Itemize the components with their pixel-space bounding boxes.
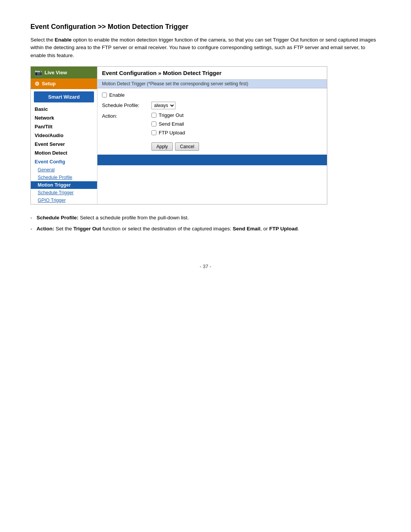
ftp-upload-row: FTP Upload: [151, 130, 322, 136]
enable-checkbox[interactable]: [102, 93, 107, 97]
enable-bold: Enable: [55, 37, 72, 43]
sidebar: 📷 Live View ⚙ Setup Smart Wizard Basic N…: [31, 67, 97, 204]
sidebar-item-event-server[interactable]: Event Server: [31, 140, 97, 149]
desc-trigger-out-bold: Trigger Out: [73, 226, 101, 232]
sidebar-sub-item-motion-trigger[interactable]: Motion Trigger: [31, 181, 97, 189]
sidebar-sub-item-general[interactable]: General: [31, 166, 97, 174]
desc-schedule-profile-text: Select a schedule profile from the pull-…: [80, 215, 189, 220]
desc-ftp-upload-bold: FTP Upload: [269, 226, 298, 232]
content-subheader: Motion Detect Trigger (*Please set the c…: [97, 80, 327, 88]
gear-icon: ⚙: [35, 81, 40, 87]
desc-schedule-profile-bold: Schedule Profile:: [37, 215, 78, 220]
desc-action-bold: Action:: [37, 226, 54, 232]
description-list: Schedule Profile: Select a schedule prof…: [30, 214, 381, 233]
intro-text-after: option to enable the motion detection tr…: [30, 37, 376, 58]
desc-action: Action: Set the Trigger Out function or …: [30, 225, 381, 233]
content-area: Event Configuration » Motion Detect Trig…: [97, 67, 327, 204]
camera-ui-panel: 📷 Live View ⚙ Setup Smart Wizard Basic N…: [30, 66, 327, 204]
desc-action-text1: Set the: [56, 226, 73, 232]
sidebar-item-live-view[interactable]: 📷 Live View: [31, 67, 97, 78]
trigger-out-label: Trigger Out: [159, 112, 183, 118]
enable-label: Enable: [109, 92, 124, 98]
schedule-profile-row: Schedule Profile: always: [102, 102, 322, 109]
page-number: - 37 -: [30, 264, 381, 269]
sidebar-item-video-audio[interactable]: Video/Audio: [31, 131, 97, 140]
send-email-label: Send Email: [159, 121, 184, 127]
action-row: Action: Trigger Out Send Email FTP Uploa…: [102, 112, 322, 137]
schedule-profile-label: Schedule Profile:: [102, 102, 151, 108]
schedule-profile-control: always: [151, 102, 322, 109]
action-checkboxes: Trigger Out Send Email FTP Upload: [151, 112, 322, 137]
page-title: Event Configuration >> Motion Detection …: [30, 23, 381, 31]
live-view-label: Live View: [45, 70, 67, 75]
enable-row: Enable: [102, 92, 322, 98]
sidebar-item-event-config[interactable]: Event Config: [31, 157, 97, 166]
apply-button[interactable]: Apply: [151, 142, 173, 151]
content-header-title: Event Configuration » Motion Detect Trig…: [102, 70, 221, 76]
content-body: Enable Schedule Profile: always Action: …: [97, 88, 327, 155]
bottom-blue-bar: [97, 155, 327, 165]
desc-schedule-profile: Schedule Profile: Select a schedule prof…: [30, 214, 381, 222]
sidebar-item-pan-tilt[interactable]: Pan/Tilt: [31, 122, 97, 131]
sidebar-item-setup[interactable]: ⚙ Setup: [31, 78, 97, 89]
sidebar-item-motion-detect[interactable]: Motion Detect: [31, 149, 97, 157]
sidebar-item-basic[interactable]: Basic: [31, 105, 97, 113]
trigger-out-checkbox[interactable]: [151, 113, 156, 118]
desc-action-text2: function or select the destination of th…: [101, 226, 233, 232]
desc-send-email-bold: Send Email: [233, 226, 261, 232]
desc-action-text3: , or: [260, 226, 269, 232]
action-label: Action:: [102, 112, 151, 119]
sidebar-item-network[interactable]: Network: [31, 113, 97, 122]
schedule-profile-select[interactable]: always: [151, 102, 175, 109]
cancel-button[interactable]: Cancel: [175, 142, 199, 151]
content-header: Event Configuration » Motion Detect Trig…: [97, 67, 327, 80]
subheader-text: Motion Detect Trigger (*Please set the c…: [102, 81, 248, 86]
send-email-row: Send Email: [151, 121, 322, 127]
sidebar-sub-item-gpio-trigger[interactable]: GPIO Trigger: [31, 197, 97, 204]
sidebar-item-smart-wizard[interactable]: Smart Wizard: [34, 91, 94, 102]
ftp-upload-checkbox[interactable]: [151, 130, 156, 135]
setup-label: Setup: [42, 81, 56, 86]
button-row: Apply Cancel: [102, 142, 322, 151]
sidebar-sub-item-schedule-trigger[interactable]: Schedule Trigger: [31, 189, 97, 197]
send-email-checkbox[interactable]: [151, 121, 156, 126]
desc-action-text4: .: [298, 226, 299, 232]
wizard-label: Smart Wizard: [48, 94, 80, 100]
ftp-upload-label: FTP Upload: [159, 130, 185, 136]
intro-paragraph: Select the Enable option to enable the m…: [30, 36, 381, 59]
camera-icon: 📷: [35, 69, 42, 76]
sidebar-sub-item-schedule-profile[interactable]: Schedule Profile: [31, 174, 97, 181]
trigger-out-row: Trigger Out: [151, 112, 322, 118]
